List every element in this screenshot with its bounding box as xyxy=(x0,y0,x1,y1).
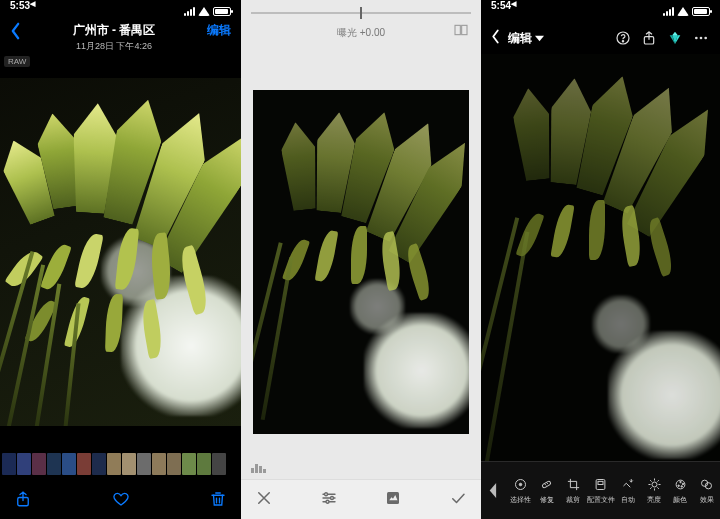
photo-datetime: 11月28日 下午4:26 xyxy=(21,40,207,53)
svg-point-23 xyxy=(678,485,680,487)
help-button[interactable] xyxy=(614,29,632,47)
settings-button[interactable] xyxy=(692,29,710,47)
photos-viewer-screen: 5:53◀ 广州市 - 番禺区 11月28日 下午4:26 编辑 RAW xyxy=(0,0,241,519)
status-bar: 5:54◀ xyxy=(481,0,720,22)
svg-point-14 xyxy=(519,483,522,486)
tool-preset[interactable]: 配置文件 xyxy=(587,462,615,519)
tool-heal[interactable]: 修复 xyxy=(534,462,560,519)
edit-button[interactable]: 编辑 xyxy=(207,22,231,39)
svg-point-20 xyxy=(680,481,682,483)
edit-canvas[interactable] xyxy=(481,54,720,461)
tool-strip: 选择性 修复 裁剪 配置文件 自动 亮度 颜色 效果 xyxy=(481,461,720,519)
editor-nav-bar: 编辑 xyxy=(481,22,720,54)
status-time: 5:53◀ xyxy=(10,0,35,22)
svg-rect-15 xyxy=(542,480,551,488)
bottom-toolbar xyxy=(0,483,241,519)
raw-badge: RAW xyxy=(4,56,30,67)
edit-bottom-bar xyxy=(241,479,481,519)
tool-crop[interactable]: 裁剪 xyxy=(560,462,586,519)
svg-point-22 xyxy=(681,485,683,487)
compare-button[interactable] xyxy=(453,22,469,38)
battery-icon xyxy=(213,7,231,16)
apply-button[interactable] xyxy=(449,489,467,511)
svg-point-5 xyxy=(326,500,329,503)
share-button[interactable] xyxy=(14,490,32,512)
snapseed-adjust-screen: 曝光 +0.00 xyxy=(241,0,481,519)
cellular-icon xyxy=(663,7,674,16)
mode-dropdown[interactable]: 编辑 xyxy=(508,30,544,47)
status-time: 5:54◀ xyxy=(491,0,516,22)
svg-point-3 xyxy=(324,492,327,495)
status-bar: 5:53◀ xyxy=(0,0,241,22)
svg-point-4 xyxy=(330,496,333,499)
battery-icon xyxy=(692,7,710,16)
back-button[interactable] xyxy=(491,29,500,47)
svg-rect-6 xyxy=(387,492,399,504)
svg-rect-2 xyxy=(462,25,467,34)
tool-mode-button[interactable] xyxy=(384,489,402,511)
delete-button[interactable] xyxy=(209,490,227,512)
svg-point-21 xyxy=(682,483,684,485)
tool-effects[interactable]: 效果 xyxy=(694,462,720,519)
thumbnail-strip[interactable] xyxy=(0,453,241,483)
favorite-button[interactable] xyxy=(112,490,130,512)
svg-point-18 xyxy=(652,482,657,487)
status-icons xyxy=(184,0,231,22)
svg-point-11 xyxy=(700,37,703,40)
svg-point-8 xyxy=(622,41,623,42)
svg-rect-17 xyxy=(598,481,603,484)
exposure-param-label: 曝光 +0.00 xyxy=(337,26,385,40)
premium-button[interactable] xyxy=(666,29,684,47)
value-slider[interactable] xyxy=(241,0,481,22)
status-icons xyxy=(663,0,710,22)
cancel-button[interactable] xyxy=(255,489,273,511)
photo-canvas[interactable] xyxy=(0,78,241,426)
histogram-button[interactable] xyxy=(251,461,269,473)
wifi-icon xyxy=(677,7,689,16)
nav-bar: 广州市 - 番禺区 11月28日 下午4:26 编辑 xyxy=(0,22,241,54)
lightroom-edit-screen: 5:54◀ 编辑 xyxy=(481,0,720,519)
share-button[interactable] xyxy=(640,29,658,47)
tool-light[interactable]: 亮度 xyxy=(641,462,667,519)
tool-auto[interactable]: 自动 xyxy=(615,462,641,519)
back-button[interactable] xyxy=(10,22,21,44)
photo-location: 广州市 - 番禺区 xyxy=(21,22,207,39)
cellular-icon xyxy=(184,7,195,16)
svg-rect-1 xyxy=(455,25,460,34)
svg-point-10 xyxy=(695,37,698,40)
adjust-sliders-button[interactable] xyxy=(320,489,338,511)
photo-title: 广州市 - 番禺区 11月28日 下午4:26 xyxy=(21,22,207,53)
edit-canvas[interactable] xyxy=(253,90,469,434)
tool-selective[interactable]: 选择性 xyxy=(507,462,533,519)
svg-point-12 xyxy=(704,37,707,40)
chevron-down-icon xyxy=(535,34,544,43)
wifi-icon xyxy=(198,7,210,16)
tool-color[interactable]: 颜色 xyxy=(667,462,693,519)
tool-scroll-left[interactable] xyxy=(481,462,507,519)
